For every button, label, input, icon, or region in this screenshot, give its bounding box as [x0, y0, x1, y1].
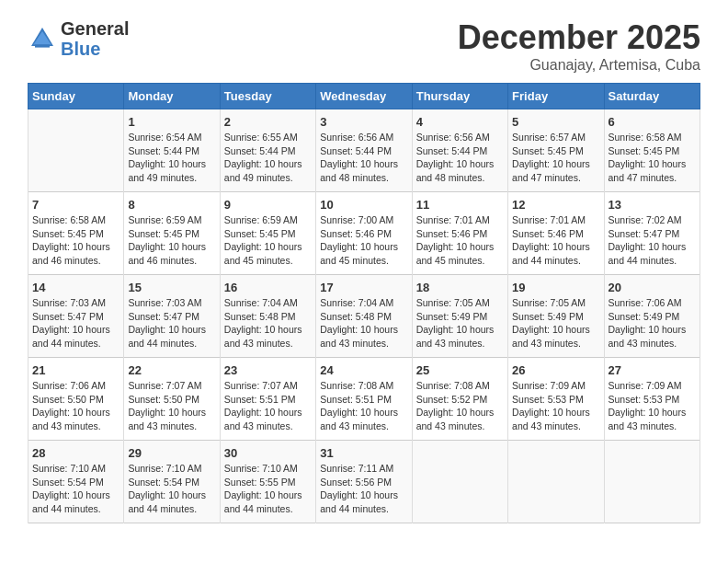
day-info: Sunrise: 6:56 AM Sunset: 5:44 PM Dayligh…: [416, 131, 504, 185]
calendar-cell-w5-d4: 31Sunrise: 7:11 AM Sunset: 5:56 PM Dayli…: [316, 441, 412, 523]
day-number: 31: [320, 446, 407, 460]
calendar-cell-w1-d7: 6Sunrise: 6:58 AM Sunset: 5:45 PM Daylig…: [604, 109, 700, 192]
day-number: 14: [32, 281, 119, 294]
calendar-cell-w1-d5: 4Sunrise: 6:56 AM Sunset: 5:44 PM Daylig…: [412, 109, 507, 192]
logo-general-text: General: [61, 18, 129, 39]
day-number: 29: [128, 446, 215, 460]
day-info: Sunrise: 7:06 AM Sunset: 5:49 PM Dayligh…: [609, 296, 696, 350]
svg-rect-2: [35, 44, 50, 47]
calendar-cell-w3-d3: 16Sunrise: 7:04 AM Sunset: 5:48 PM Dayli…: [220, 275, 315, 358]
day-info: Sunrise: 7:06 AM Sunset: 5:50 PM Dayligh…: [32, 379, 119, 433]
day-number: 18: [416, 281, 504, 294]
day-number: 17: [320, 281, 407, 294]
day-info: Sunrise: 7:08 AM Sunset: 5:52 PM Dayligh…: [416, 379, 504, 433]
calendar-cell-w2-d4: 10Sunrise: 7:00 AM Sunset: 5:46 PM Dayli…: [316, 192, 412, 275]
calendar-cell-w5-d5: [412, 441, 507, 523]
calendar-cell-w1-d1: [28, 109, 124, 192]
col-monday: Monday: [124, 84, 220, 109]
day-info: Sunrise: 7:10 AM Sunset: 5:54 PM Dayligh…: [128, 462, 215, 516]
calendar-cell-w5-d6: [508, 441, 604, 523]
day-info: Sunrise: 7:05 AM Sunset: 5:49 PM Dayligh…: [512, 296, 599, 350]
calendar-cell-w5-d1: 28Sunrise: 7:10 AM Sunset: 5:54 PM Dayli…: [28, 441, 124, 523]
location-title: Guanajay, Artemisa, Cuba: [458, 57, 700, 74]
calendar-cell-w3-d5: 18Sunrise: 7:05 AM Sunset: 5:49 PM Dayli…: [412, 275, 507, 358]
day-number: 24: [320, 363, 407, 377]
col-saturday: Saturday: [604, 84, 700, 109]
day-number: 19: [512, 281, 599, 294]
day-number: 22: [128, 363, 215, 377]
day-info: Sunrise: 6:58 AM Sunset: 5:45 PM Dayligh…: [32, 213, 119, 268]
calendar-cell-w2-d7: 13Sunrise: 7:02 AM Sunset: 5:47 PM Dayli…: [604, 192, 700, 275]
day-info: Sunrise: 7:04 AM Sunset: 5:48 PM Dayligh…: [224, 296, 312, 350]
calendar-week-2: 7Sunrise: 6:58 AM Sunset: 5:45 PM Daylig…: [28, 192, 700, 275]
calendar-cell-w5-d3: 30Sunrise: 7:10 AM Sunset: 5:55 PM Dayli…: [220, 441, 315, 523]
day-info: Sunrise: 7:01 AM Sunset: 5:46 PM Dayligh…: [416, 213, 504, 268]
day-number: 16: [224, 281, 312, 294]
logo: General Blue: [28, 18, 129, 59]
day-number: 9: [224, 198, 312, 212]
day-number: 7: [32, 198, 119, 212]
calendar-cell-w4-d1: 21Sunrise: 7:06 AM Sunset: 5:50 PM Dayli…: [28, 358, 124, 441]
calendar-cell-w5-d7: [604, 441, 700, 523]
calendar-cell-w4-d5: 25Sunrise: 7:08 AM Sunset: 5:52 PM Dayli…: [412, 358, 507, 441]
calendar-cell-w5-d2: 29Sunrise: 7:10 AM Sunset: 5:54 PM Dayli…: [124, 441, 220, 523]
calendar-week-4: 21Sunrise: 7:06 AM Sunset: 5:50 PM Dayli…: [28, 358, 700, 441]
day-number: 23: [224, 363, 312, 377]
day-info: Sunrise: 7:10 AM Sunset: 5:54 PM Dayligh…: [32, 462, 119, 516]
month-title: December 2025: [458, 18, 700, 57]
day-info: Sunrise: 7:01 AM Sunset: 5:46 PM Dayligh…: [512, 213, 599, 268]
day-number: 28: [32, 446, 119, 460]
day-number: 26: [512, 363, 599, 377]
calendar-week-1: 1Sunrise: 6:54 AM Sunset: 5:44 PM Daylig…: [28, 109, 700, 192]
title-section: December 2025 Guanajay, Artemisa, Cuba: [458, 18, 700, 74]
calendar-cell-w2-d3: 9Sunrise: 6:59 AM Sunset: 5:45 PM Daylig…: [220, 192, 315, 275]
day-number: 25: [416, 363, 504, 377]
calendar-header-row: Sunday Monday Tuesday Wednesday Thursday…: [28, 84, 700, 109]
calendar-cell-w3-d6: 19Sunrise: 7:05 AM Sunset: 5:49 PM Dayli…: [508, 275, 604, 358]
day-info: Sunrise: 7:04 AM Sunset: 5:48 PM Dayligh…: [320, 296, 407, 350]
calendar-cell-w3-d7: 20Sunrise: 7:06 AM Sunset: 5:49 PM Dayli…: [604, 275, 700, 358]
day-info: Sunrise: 7:08 AM Sunset: 5:51 PM Dayligh…: [320, 379, 407, 433]
col-tuesday: Tuesday: [220, 84, 315, 109]
calendar-cell-w4-d7: 27Sunrise: 7:09 AM Sunset: 5:53 PM Dayli…: [604, 358, 700, 441]
calendar-cell-w4-d2: 22Sunrise: 7:07 AM Sunset: 5:50 PM Dayli…: [124, 358, 220, 441]
day-number: 27: [609, 363, 696, 377]
day-number: 12: [512, 198, 599, 212]
col-wednesday: Wednesday: [316, 84, 412, 109]
day-info: Sunrise: 6:55 AM Sunset: 5:44 PM Dayligh…: [224, 131, 312, 185]
day-info: Sunrise: 7:09 AM Sunset: 5:53 PM Dayligh…: [512, 379, 599, 433]
calendar-week-5: 28Sunrise: 7:10 AM Sunset: 5:54 PM Dayli…: [28, 441, 700, 523]
day-info: Sunrise: 6:57 AM Sunset: 5:45 PM Dayligh…: [512, 131, 599, 185]
day-info: Sunrise: 7:03 AM Sunset: 5:47 PM Dayligh…: [32, 296, 119, 350]
day-number: 21: [32, 363, 119, 377]
calendar-cell-w3-d2: 15Sunrise: 7:03 AM Sunset: 5:47 PM Dayli…: [124, 275, 220, 358]
day-number: 2: [224, 115, 312, 129]
day-number: 5: [512, 115, 599, 129]
col-sunday: Sunday: [28, 84, 124, 109]
calendar-cell-w1-d3: 2Sunrise: 6:55 AM Sunset: 5:44 PM Daylig…: [220, 109, 315, 192]
day-info: Sunrise: 7:10 AM Sunset: 5:55 PM Dayligh…: [224, 462, 312, 516]
day-number: 11: [416, 198, 504, 212]
day-info: Sunrise: 7:09 AM Sunset: 5:53 PM Dayligh…: [609, 379, 696, 433]
calendar-cell-w1-d4: 3Sunrise: 6:56 AM Sunset: 5:44 PM Daylig…: [316, 109, 412, 192]
calendar-cell-w2-d1: 7Sunrise: 6:58 AM Sunset: 5:45 PM Daylig…: [28, 192, 124, 275]
day-info: Sunrise: 6:56 AM Sunset: 5:44 PM Dayligh…: [320, 131, 407, 185]
calendar-table: Sunday Monday Tuesday Wednesday Thursday…: [28, 83, 700, 523]
day-info: Sunrise: 7:03 AM Sunset: 5:47 PM Dayligh…: [128, 296, 215, 350]
day-info: Sunrise: 6:59 AM Sunset: 5:45 PM Dayligh…: [224, 213, 312, 268]
col-friday: Friday: [508, 84, 604, 109]
day-info: Sunrise: 7:00 AM Sunset: 5:46 PM Dayligh…: [320, 213, 407, 268]
day-number: 6: [609, 115, 696, 129]
day-number: 30: [224, 446, 312, 460]
calendar-week-3: 14Sunrise: 7:03 AM Sunset: 5:47 PM Dayli…: [28, 275, 700, 358]
calendar-cell-w2-d2: 8Sunrise: 6:59 AM Sunset: 5:45 PM Daylig…: [124, 192, 220, 275]
day-number: 1: [128, 115, 215, 129]
day-number: 3: [320, 115, 407, 129]
day-number: 10: [320, 198, 407, 212]
day-number: 8: [128, 198, 215, 212]
day-info: Sunrise: 7:11 AM Sunset: 5:56 PM Dayligh…: [320, 462, 407, 516]
logo-icon: [28, 24, 57, 53]
day-info: Sunrise: 6:54 AM Sunset: 5:44 PM Dayligh…: [128, 131, 215, 185]
calendar-cell-w2-d5: 11Sunrise: 7:01 AM Sunset: 5:46 PM Dayli…: [412, 192, 507, 275]
calendar-cell-w3-d1: 14Sunrise: 7:03 AM Sunset: 5:47 PM Dayli…: [28, 275, 124, 358]
